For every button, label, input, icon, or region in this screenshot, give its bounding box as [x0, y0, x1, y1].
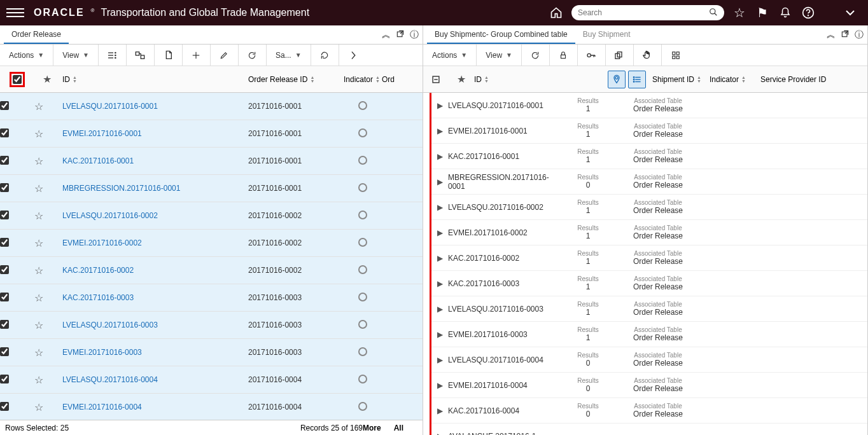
- expand-caret-icon[interactable]: ▶: [431, 279, 448, 288]
- row-checkbox[interactable]: [0, 402, 9, 411]
- star-icon[interactable]: ☆: [34, 211, 43, 221]
- star-icon[interactable]: ☆: [34, 347, 43, 358]
- hamburger-menu-button[interactable]: [6, 4, 24, 22]
- expand-all-header[interactable]: [423, 75, 449, 84]
- indicator-radio[interactable]: [358, 320, 367, 329]
- collapse-icon[interactable]: ︽: [382, 29, 391, 41]
- row-checkbox[interactable]: [0, 320, 9, 329]
- group-row[interactable]: ▶LVELASQU.20171016-0004Results0Associate…: [431, 347, 867, 373]
- row-checkbox[interactable]: [0, 211, 9, 219]
- group-row[interactable]: ▶EVMEI.20171016-0001Results1Associated T…: [431, 118, 867, 144]
- expand-caret-icon[interactable]: ▶: [431, 330, 448, 339]
- table-row[interactable]: ☆EVMEI.20171016-000220171016-0002: [0, 230, 423, 257]
- row-checkbox[interactable]: [0, 347, 9, 356]
- row-checkbox[interactable]: [0, 238, 9, 247]
- key-icon[interactable]: [578, 45, 606, 66]
- table-row[interactable]: ☆EVMEI.20171016-000120171016-0001: [0, 120, 423, 148]
- indicator-radio[interactable]: [358, 265, 367, 274]
- table-row[interactable]: ☆LVELASQU.20171016-000420171016-0004: [0, 366, 423, 394]
- edit-icon[interactable]: [211, 45, 239, 66]
- settings-list-icon[interactable]: [99, 45, 127, 66]
- reload-icon[interactable]: [311, 45, 339, 66]
- indicator-col-header[interactable]: Indicator▲▼: [344, 75, 382, 84]
- group-row[interactable]: ▶AVALANCHE 20171016-1: [431, 424, 867, 435]
- select-all-header[interactable]: [0, 72, 34, 87]
- table-row[interactable]: ☆LVELASQU.20171016-000320171016-0003: [0, 312, 423, 339]
- id-link[interactable]: KAC.20171016-0001: [62, 156, 134, 165]
- star-icon[interactable]: ☆: [34, 128, 43, 139]
- id-link[interactable]: EVMEI.20171016-0004: [62, 403, 142, 411]
- help-icon[interactable]: [799, 4, 817, 22]
- id-link[interactable]: LVELASQU.20171016-0004: [62, 375, 158, 384]
- row-checkbox[interactable]: [0, 183, 9, 192]
- star-icon[interactable]: ☆: [34, 375, 43, 385]
- indicator-radio[interactable]: [358, 238, 367, 247]
- expand-caret-icon[interactable]: ▶: [431, 203, 448, 212]
- indicator-radio[interactable]: [358, 183, 367, 192]
- expand-caret-icon[interactable]: ▶: [431, 305, 448, 314]
- group-row[interactable]: ▶EVMEI.20171016-0002Results1Associated T…: [431, 220, 867, 245]
- table-row[interactable]: ☆EVMEI.20171016-000320171016-0003: [0, 339, 423, 366]
- indicator-radio[interactable]: [358, 156, 367, 165]
- indicator-col-header[interactable]: Indicator▲▼: [710, 75, 760, 84]
- home-icon[interactable]: [547, 4, 565, 22]
- group-row[interactable]: ▶EVMEI.20171016-0003Results1Associated T…: [431, 322, 867, 347]
- group-row[interactable]: ▶KAC.20171016-0003Results1Associated Tab…: [431, 271, 867, 296]
- collapse-icon[interactable]: ︽: [827, 29, 836, 41]
- table-row[interactable]: ☆MBREGRESSION.20171016-000120171016-0001: [0, 175, 423, 202]
- id-link[interactable]: MBREGRESSION.20171016-0001: [62, 184, 180, 193]
- expand-caret-icon[interactable]: ▶: [431, 101, 448, 110]
- more-button[interactable]: More: [363, 424, 381, 432]
- expand-caret-icon[interactable]: ▶: [431, 432, 448, 436]
- group-row[interactable]: ▶KAC.20171016-0004Results0Associated Tab…: [431, 398, 867, 424]
- group-row[interactable]: ▶LVELASQU.20171016-0003Results1Associate…: [431, 296, 867, 322]
- lock-icon[interactable]: [550, 45, 578, 66]
- info-icon[interactable]: ⓘ: [410, 29, 419, 41]
- row-checkbox[interactable]: [0, 265, 9, 274]
- table-row[interactable]: ☆KAC.20171016-000120171016-0001: [0, 148, 423, 175]
- id-link[interactable]: KAC.20171016-0002: [62, 266, 134, 275]
- indicator-radio[interactable]: [358, 101, 367, 110]
- add-icon[interactable]: [183, 45, 211, 66]
- star-col-header[interactable]: ★: [34, 73, 60, 85]
- star-icon[interactable]: ☆: [34, 293, 43, 303]
- group-row[interactable]: ▶LVELASQU.20171016-0001Results1Associate…: [431, 93, 867, 118]
- detach-icon[interactable]: [127, 45, 155, 66]
- row-checkbox[interactable]: [0, 293, 9, 301]
- row-checkbox[interactable]: [0, 156, 9, 165]
- expand-caret-icon[interactable]: ▶: [431, 152, 448, 161]
- id-link[interactable]: EVMEI.20171016-0003: [62, 348, 142, 357]
- service-provider-col-header[interactable]: Service Provider ID: [760, 75, 867, 84]
- star-icon[interactable]: ☆: [34, 101, 43, 112]
- star-icon[interactable]: ☆: [34, 238, 43, 249]
- copy-icon[interactable]: [155, 45, 183, 66]
- table-row[interactable]: ☆EVMEI.20171016-000420171016-0004: [0, 394, 423, 420]
- indicator-radio[interactable]: [358, 293, 367, 301]
- star-icon[interactable]: ☆: [34, 183, 43, 194]
- refresh-icon[interactable]: [239, 45, 267, 66]
- search-input[interactable]: [578, 8, 709, 17]
- next-icon[interactable]: [339, 45, 367, 66]
- refresh-icon[interactable]: [522, 45, 550, 66]
- id-link[interactable]: LVELASQU.20171016-0003: [62, 321, 158, 329]
- id-link[interactable]: KAC.20171016-0003: [62, 293, 134, 302]
- global-search[interactable]: [571, 5, 724, 20]
- view-menu[interactable]: View▼: [53, 45, 99, 66]
- star-icon[interactable]: ☆: [34, 320, 43, 331]
- id-link[interactable]: EVMEI.20171016-0001: [62, 129, 142, 138]
- indicator-radio[interactable]: [358, 375, 367, 383]
- star-icon[interactable]: ☆: [34, 265, 43, 276]
- group-row[interactable]: ▶MBREGRESSION.20171016-0001Results0Assoc…: [431, 169, 867, 195]
- pan-icon[interactable]: [634, 45, 662, 66]
- tab-order-release[interactable]: Order Release: [4, 26, 69, 44]
- expand-caret-icon[interactable]: ▶: [431, 356, 448, 364]
- grid-icon[interactable]: [662, 45, 690, 66]
- id-link[interactable]: LVELASQU.20171016-0001: [62, 102, 158, 111]
- id-col-header[interactable]: ID▲▼: [474, 75, 608, 84]
- tab-buy-shipment[interactable]: Buy Shipment: [575, 26, 638, 44]
- list-toggle-icon[interactable]: [628, 71, 646, 88]
- indicator-radio[interactable]: [358, 402, 367, 411]
- ord-col-header[interactable]: Ord: [382, 75, 420, 84]
- table-row[interactable]: ☆LVELASQU.20171016-000120171016-0001: [0, 93, 423, 120]
- group-row[interactable]: ▶KAC.20171016-0002Results1Associated Tab…: [431, 245, 867, 271]
